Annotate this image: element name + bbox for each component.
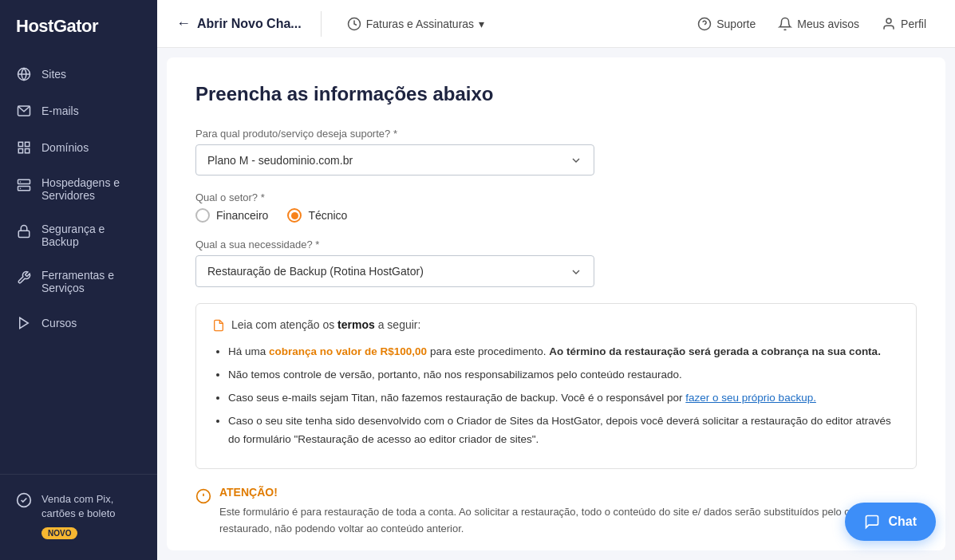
billing-chevron-icon: ▾ <box>479 18 484 30</box>
svg-point-10 <box>20 187 22 189</box>
chat-icon <box>864 514 880 530</box>
term-3-link[interactable]: fazer o seu próprio backup. <box>685 392 816 404</box>
back-label: Abrir Novo Cha... <box>197 17 302 31</box>
sidebar-item-emails-label: E-mails <box>41 105 79 117</box>
need-label: Qual a sua necessidade? * <box>195 239 917 250</box>
term-2: Não temos controle de versão, portanto, … <box>228 366 900 385</box>
novo-badge: NOVO <box>41 527 77 539</box>
svg-rect-3 <box>18 142 22 146</box>
term-4: Caso o seu site tenha sido desenvolvido … <box>228 412 900 449</box>
pix-icon <box>16 492 32 508</box>
svg-rect-11 <box>18 231 30 237</box>
sidebar-item-cursos[interactable]: Cursos <box>0 305 157 341</box>
chat-label: Chat <box>888 515 917 529</box>
notices-button[interactable]: Meus avisos <box>768 0 869 48</box>
support-icon <box>697 16 712 30</box>
terms-suffix: a seguir: <box>375 318 421 331</box>
billing-menu[interactable]: Faturas e Assinaturas ▾ <box>337 0 494 48</box>
back-arrow-icon: ← <box>176 15 191 32</box>
sidebar-item-venda[interactable]: Venda com Pix, cartões e boleto NOVO <box>16 487 141 544</box>
radio-tecnico-circle <box>287 208 302 223</box>
product-select[interactable]: Plano M - seudominio.com.br <box>195 144 594 175</box>
grid-icon <box>16 140 32 156</box>
svg-rect-6 <box>26 149 30 153</box>
atencao-text: Este formulário é para restauração de to… <box>219 506 887 534</box>
sidebar-item-cursos-label: Cursos <box>41 317 77 329</box>
svg-marker-12 <box>20 317 29 329</box>
need-value: Restauração de Backup (Rotina HostGator) <box>207 265 424 278</box>
support-label: Suporte <box>716 18 756 30</box>
bell-icon <box>778 16 792 30</box>
atencao-content: ATENÇÃO! Este formulário é para restaura… <box>219 483 917 538</box>
product-chevron-icon <box>570 153 582 167</box>
support-button[interactable]: Suporte <box>688 0 765 48</box>
atencao-title: ATENÇÃO! <box>219 483 917 501</box>
sidebar-bottom-content: Venda com Pix, cartões e boleto NOVO <box>41 492 141 539</box>
need-select[interactable]: Restauração de Backup (Rotina HostGator) <box>195 255 594 286</box>
profile-button[interactable]: Perfil <box>872 0 936 48</box>
atencao-box: ATENÇÃO! Este formulário é para restaura… <box>195 483 917 538</box>
term-1-bold: Ao término da restauração será gerada a … <box>549 345 881 357</box>
radio-financeiro-circle <box>195 208 210 223</box>
sidebar-item-sites[interactable]: Sites <box>0 56 157 93</box>
topnav-right: Suporte Meus avisos Perfil <box>688 0 936 48</box>
user-icon <box>882 16 896 30</box>
product-value: Plano M - seudominio.com.br <box>207 154 353 167</box>
terms-list: Há uma cobrança no valor de R$100,00 par… <box>212 343 900 449</box>
back-button[interactable]: ← Abrir Novo Cha... <box>176 15 302 32</box>
lock-icon <box>16 223 32 239</box>
terms-box: Leia com atenção os termos a seguir: Há … <box>195 303 917 469</box>
globe-icon <box>16 66 32 82</box>
sidebar-item-dominios-label: Domínios <box>41 141 89 154</box>
email-icon <box>16 103 32 119</box>
billing-label: Faturas e Assinaturas <box>366 18 474 30</box>
radio-group: Financeiro Técnico <box>195 208 917 223</box>
svg-point-9 <box>20 181 22 183</box>
radio-financeiro-label: Financeiro <box>216 209 268 222</box>
terms-header-text: Leia com atenção os termos a seguir: <box>231 318 420 331</box>
main-content: ← Abrir Novo Cha... Faturas e Assinatura… <box>157 0 955 560</box>
radio-tecnico-label: Técnico <box>308 209 347 222</box>
wrench-icon <box>16 270 32 286</box>
sidebar-item-hospedagens[interactable]: Hospedagens e Servidores <box>0 166 157 212</box>
topnav-divider <box>321 11 322 37</box>
terms-doc-icon <box>212 318 225 332</box>
profile-label: Perfil <box>901 18 926 30</box>
topnav: ← Abrir Novo Cha... Faturas e Assinatura… <box>157 0 955 48</box>
page-title: Preencha as informações abaixo <box>195 83 917 105</box>
sidebar-nav: Sites E-mails Domínios Hospedagens e Ser… <box>0 56 157 474</box>
sector-label: Qual o setor? * <box>195 191 917 203</box>
server-icon <box>16 177 32 193</box>
warning-icon <box>195 484 211 507</box>
logo: HostGator <box>0 0 157 56</box>
svg-rect-5 <box>18 149 22 153</box>
need-section: Qual a sua necessidade? * Restauração de… <box>195 239 917 286</box>
sidebar-item-dominios[interactable]: Domínios <box>0 129 157 166</box>
svg-point-17 <box>886 18 891 23</box>
radio-tecnico[interactable]: Técnico <box>287 208 347 223</box>
radio-financeiro[interactable]: Financeiro <box>195 208 268 223</box>
terms-keyword: termos <box>337 318 375 331</box>
sidebar-item-seguranca[interactable]: Segurança e Backup <box>0 212 157 258</box>
product-section: Para qual produto/serviço deseja suporte… <box>195 128 917 175</box>
sidebar-item-hospedagens-label: Hospedagens e Servidores <box>41 176 141 202</box>
sidebar-item-sites-label: Sites <box>41 68 66 81</box>
term-1-highlight: cobrança no valor de R$100,00 <box>269 345 427 357</box>
billing-icon <box>347 16 361 30</box>
term-1: Há uma cobrança no valor de R$100,00 par… <box>228 343 900 361</box>
notices-label: Meus avisos <box>797 18 859 30</box>
need-chevron-icon <box>570 264 582 278</box>
chat-button[interactable]: Chat <box>845 503 936 541</box>
sidebar-item-ferramentas-label: Ferramentas e Serviços <box>41 269 141 294</box>
sidebar-item-ferramentas[interactable]: Ferramentas e Serviços <box>0 258 157 305</box>
sidebar-item-emails[interactable]: E-mails <box>0 93 157 129</box>
svg-rect-4 <box>26 142 30 146</box>
sidebar: HostGator Sites E-mails Domínios <box>0 0 157 560</box>
term-4-text: Caso o seu site tenha sido desenvolvido … <box>228 415 891 445</box>
terms-header: Leia com atenção os termos a seguir: <box>212 318 900 332</box>
product-label: Para qual produto/serviço deseja suporte… <box>195 128 917 140</box>
page-content: Preencha as informações abaixo Para qual… <box>167 57 945 550</box>
play-icon <box>16 315 32 331</box>
term-2-text: Não temos controle de versão, portanto, … <box>228 369 682 381</box>
sidebar-bottom: Venda com Pix, cartões e boleto NOVO <box>0 474 157 560</box>
